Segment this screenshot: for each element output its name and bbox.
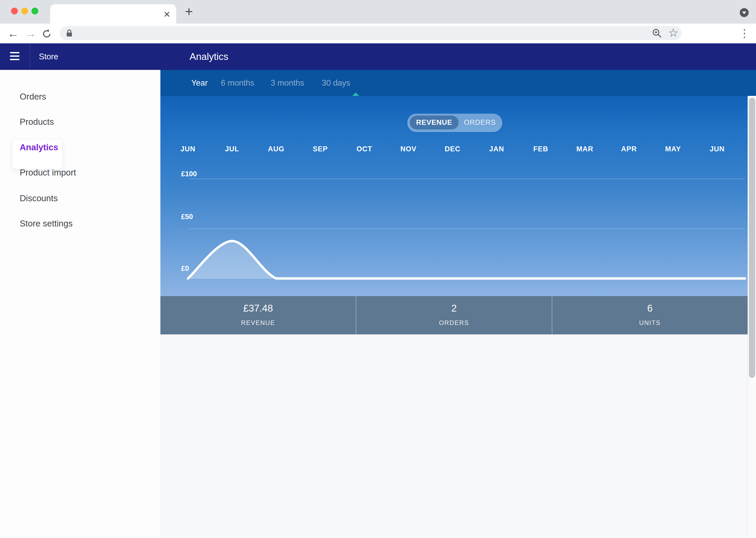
sidebar-item-orders[interactable]: Orders <box>20 91 46 102</box>
period-tab-bar: Year 6 months 3 months 30 days <box>161 70 756 96</box>
browser-toolbar: ← → ☆ ⋮ <box>0 24 756 43</box>
stat-label: REVENUE <box>161 319 356 327</box>
sidebar-item-store-settings[interactable]: Store settings <box>20 218 73 229</box>
tab-6-months[interactable]: 6 months <box>218 78 257 88</box>
store-label: Store <box>39 43 58 70</box>
page-scrollbar[interactable] <box>748 96 756 538</box>
tab-overflow-button[interactable] <box>740 8 749 17</box>
stat-revenue: £37.48 REVENUE <box>161 296 356 334</box>
close-window-button[interactable] <box>11 8 18 15</box>
stat-orders: 2 ORDERS <box>356 296 551 334</box>
revenue-line <box>188 241 745 279</box>
close-tab-icon[interactable]: ✕ <box>162 10 172 20</box>
browser-tab[interactable]: ✕ <box>50 4 176 24</box>
active-tab-caret-icon <box>352 92 359 96</box>
tab-year[interactable]: Year <box>184 78 215 88</box>
sidebar-item-product-import[interactable]: Product import <box>20 167 76 178</box>
stat-value: 2 <box>356 303 551 314</box>
scrollbar-thumb[interactable] <box>749 98 755 378</box>
back-button[interactable]: ← <box>6 26 21 41</box>
sidebar-item-products[interactable]: Products <box>20 117 54 127</box>
sidebar-item-discounts[interactable]: Discounts <box>20 193 58 204</box>
new-tab-button[interactable]: + <box>182 5 196 19</box>
stat-value: £37.48 <box>161 303 356 314</box>
revenue-area <box>188 241 745 279</box>
zoom-window-button[interactable] <box>31 8 38 15</box>
lock-icon[interactable] <box>66 29 73 37</box>
zoom-level-button[interactable] <box>651 28 663 40</box>
stat-value: 6 <box>552 303 748 314</box>
revenue-curve-svg <box>161 96 748 296</box>
menu-button[interactable] <box>10 52 20 61</box>
minimize-window-button[interactable] <box>21 8 28 15</box>
tab-3-months[interactable]: 3 months <box>268 78 307 88</box>
revenue-chart: REVENUE ORDERS JUN JUL AUG SEP OCT NOV D… <box>161 96 748 296</box>
reload-button[interactable] <box>39 26 54 42</box>
page-background: Top unit sales PRODUCT PURCHASES Rose pe… <box>161 334 748 538</box>
chevron-down-icon <box>742 12 746 14</box>
url-bar[interactable] <box>60 26 682 40</box>
magnifier-plus-icon <box>651 28 663 39</box>
sidebar-item-analytics[interactable]: Analytics <box>20 142 58 153</box>
header-divider <box>30 43 30 70</box>
browser-window: ✕ + ← → <box>0 0 756 538</box>
browser-menu-button[interactable]: ⋮ <box>739 26 750 41</box>
stats-bar: £37.48 REVENUE 2 ORDERS 6 UNITS <box>161 296 748 334</box>
sidebar: Orders Products Analytics Product import… <box>0 70 161 538</box>
reload-icon <box>41 28 52 39</box>
tab-30-days[interactable]: 30 days <box>319 78 353 88</box>
forward-button[interactable]: → <box>23 26 38 41</box>
bookmark-star-icon[interactable]: ☆ <box>667 25 680 40</box>
stat-units: 6 UNITS <box>552 296 748 334</box>
app-header: Store Analytics <box>0 43 756 70</box>
stat-label: ORDERS <box>356 319 551 327</box>
stat-label: UNITS <box>552 319 748 327</box>
page-title: Analytics <box>190 43 228 70</box>
tab-strip: ✕ + <box>0 0 756 24</box>
